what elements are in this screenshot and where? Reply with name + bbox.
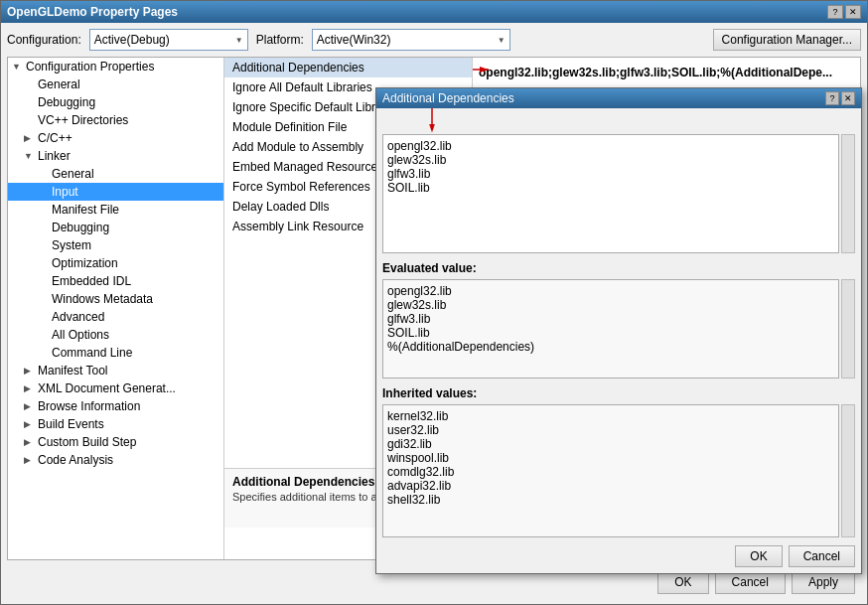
tree-item-label: Debugging <box>38 95 95 109</box>
tree-item-code-analysis[interactable]: ▶ Code Analysis <box>8 451 223 469</box>
tree-item-debugging[interactable]: Debugging <box>8 93 223 111</box>
middle-item-additional-deps[interactable]: Additional Dependencies <box>224 58 472 77</box>
main-panels: ▼ Configuration Properties General Debug… <box>7 57 861 560</box>
tree-item-label: Build Events <box>38 417 104 431</box>
window-title: OpenGLDemo Property Pages <box>7 5 178 19</box>
popup-edit-scrollbar[interactable] <box>841 134 855 253</box>
tree-item-linker-general[interactable]: General <box>8 165 223 183</box>
popup-eval-row: opengl32.lib glew32s.lib glfw3.lib SOIL.… <box>382 279 855 378</box>
tree-item-label: Input <box>52 185 78 199</box>
inherited-line-7: shell32.lib <box>387 493 834 507</box>
tree-item-label: Linker <box>38 149 71 163</box>
tree-item-linker-embedded-idl[interactable]: Embedded IDL <box>8 272 223 290</box>
inherited-line-6: advapi32.lib <box>387 479 834 493</box>
expander-icon: ▼ <box>12 62 24 72</box>
tree-item-config-props[interactable]: ▼ Configuration Properties <box>8 58 223 76</box>
tree-item-build-events[interactable]: ▶ Build Events <box>8 415 223 433</box>
tree-item-custom-build[interactable]: ▶ Custom Build Step <box>8 433 223 451</box>
popup-inherited-row[interactable]: kernel32.lib user32.lib gdi32.lib winspo… <box>382 404 855 537</box>
popup-arrow-icon <box>422 108 442 134</box>
inherited-label: Inherited values: <box>382 386 855 400</box>
inherited-line-1: kernel32.lib <box>387 409 834 423</box>
popup-eval-area: opengl32.lib glew32s.lib glfw3.lib SOIL.… <box>382 279 839 378</box>
additional-deps-dialog: Additional Dependencies ? ✕ <box>375 87 862 574</box>
tree-item-linker-manifest[interactable]: Manifest File <box>8 201 223 219</box>
popup-close-button[interactable]: ✕ <box>841 91 855 105</box>
tree-item-label: Windows Metadata <box>52 292 153 306</box>
tree-item-linker-command[interactable]: Command Line <box>8 344 223 362</box>
title-bar: OpenGLDemo Property Pages ? ✕ <box>1 1 867 23</box>
tree-item-linker-advanced[interactable]: Advanced <box>8 308 223 326</box>
tree-item-ccpp[interactable]: ▶ C/C++ <box>8 129 223 147</box>
title-bar-buttons: ? ✕ <box>827 5 861 19</box>
eval-line-4: SOIL.lib <box>387 326 834 340</box>
additional-deps-value: opengl32.lib;glew32s.lib;glfw3.lib;SOIL.… <box>479 66 832 79</box>
eval-line-3: glfw3.lib <box>387 312 834 326</box>
edit-line-3: glfw3.lib <box>387 167 834 181</box>
tree-item-label: Manifest Tool <box>38 364 107 378</box>
tree-item-label: Manifest File <box>52 203 119 217</box>
tree-item-label: Optimization <box>52 256 118 270</box>
left-tree-panel: ▼ Configuration Properties General Debug… <box>8 58 224 559</box>
tree-item-label: Embedded IDL <box>52 274 131 288</box>
popup-inherited-area: kernel32.lib user32.lib gdi32.lib winspo… <box>382 404 839 537</box>
tree-item-label: System <box>52 238 91 252</box>
popup-buttons: OK Cancel <box>382 541 855 567</box>
platform-dropdown-arrow: ▼ <box>498 36 506 45</box>
content-area: Configuration: Active(Debug) ▼ Platform:… <box>1 23 867 604</box>
popup-edit-row: opengl32.lib glew32s.lib glfw3.lib SOIL.… <box>382 134 855 253</box>
tree-item-label: Command Line <box>52 346 132 360</box>
tree-item-browse-info[interactable]: ▶ Browse Information <box>8 397 223 415</box>
tree-item-linker-windows-meta[interactable]: Windows Metadata <box>8 290 223 308</box>
close-button[interactable]: ✕ <box>845 5 861 19</box>
tree-item-label: Custom Build Step <box>38 435 136 449</box>
edit-line-1: opengl32.lib <box>387 139 834 153</box>
eval-label: Evaluated value: <box>382 261 855 275</box>
popup-edit-area[interactable]: opengl32.lib glew32s.lib glfw3.lib SOIL.… <box>382 134 839 253</box>
tree-item-label: C/C++ <box>38 131 72 145</box>
popup-ok-button[interactable]: OK <box>735 545 782 567</box>
platform-select[interactable]: Active(Win32) ▼ <box>312 29 510 51</box>
popup-content: opengl32.lib glew32s.lib glfw3.lib SOIL.… <box>376 108 861 573</box>
tree-item-label: Configuration Properties <box>26 60 154 74</box>
inherited-line-2: user32.lib <box>387 423 834 437</box>
tree-item-label: Debugging <box>52 221 109 234</box>
platform-label: Platform: <box>256 33 304 47</box>
config-select[interactable]: Active(Debug) ▼ <box>89 29 248 51</box>
tree-item-manifest-tool[interactable]: ▶ Manifest Tool <box>8 362 223 379</box>
tree-item-linker-system[interactable]: System <box>8 236 223 254</box>
help-button[interactable]: ? <box>827 5 843 19</box>
red-arrow-icon <box>473 60 499 79</box>
tree-item-label: General <box>52 167 94 181</box>
tree-item-linker-all-options[interactable]: All Options <box>8 326 223 344</box>
config-row: Configuration: Active(Debug) ▼ Platform:… <box>7 29 861 51</box>
popup-eval-scrollbar[interactable] <box>841 279 855 378</box>
popup-help-button[interactable]: ? <box>825 91 839 105</box>
eval-line-2: glew32s.lib <box>387 298 834 312</box>
edit-line-2: glew32s.lib <box>387 153 834 167</box>
tree-item-linker-debugging[interactable]: Debugging <box>8 219 223 236</box>
eval-line-1: opengl32.lib <box>387 284 834 298</box>
inherited-line-3: gdi32.lib <box>387 437 834 451</box>
tree-item-vc-dirs[interactable]: VC++ Directories <box>8 111 223 129</box>
popup-cancel-button[interactable]: Cancel <box>789 545 855 567</box>
config-label: Configuration: <box>7 33 81 47</box>
tree-item-label: Code Analysis <box>38 453 113 467</box>
tree-item-label: Browse Information <box>38 399 140 413</box>
tree-item-linker[interactable]: ▼ Linker <box>8 147 223 165</box>
tree-item-label: VC++ Directories <box>38 113 128 127</box>
tree-item-label: All Options <box>52 328 109 342</box>
config-manager-button[interactable]: Configuration Manager... <box>713 29 861 51</box>
tree-item-general[interactable]: General <box>8 76 223 93</box>
popup-title-bar: Additional Dependencies ? ✕ <box>376 88 861 108</box>
edit-line-4: SOIL.lib <box>387 181 834 195</box>
popup-inherited-scrollbar[interactable] <box>841 404 855 537</box>
tree-item-linker-input[interactable]: Input <box>8 183 223 201</box>
eval-line-5: %(AdditionalDependencies) <box>387 340 834 354</box>
inherited-line-5: comdlg32.lib <box>387 465 834 479</box>
tree-item-label: Advanced <box>52 310 104 324</box>
config-dropdown-arrow: ▼ <box>235 36 243 45</box>
tree-item-xml-doc[interactable]: ▶ XML Document Generat... <box>8 379 223 397</box>
popup-title: Additional Dependencies <box>382 91 514 105</box>
tree-item-linker-optimization[interactable]: Optimization <box>8 254 223 272</box>
